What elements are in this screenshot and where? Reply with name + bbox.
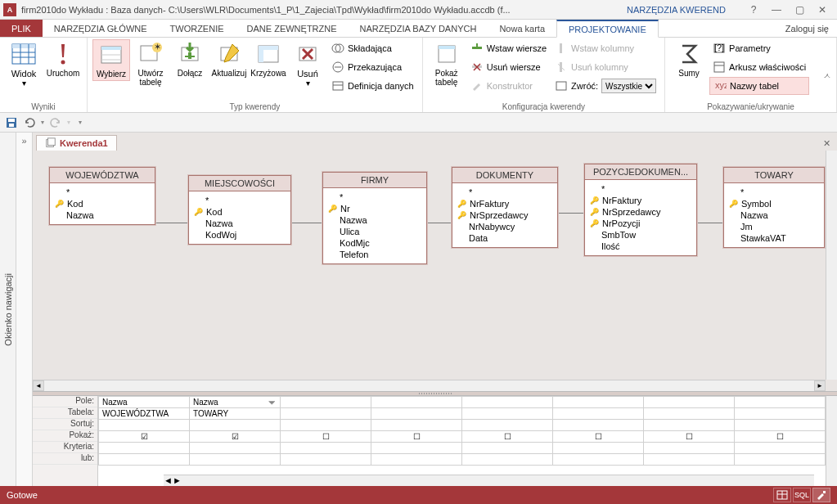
collapse-ribbon[interactable]: ㅅ: [823, 70, 831, 82]
group-results-label: Wyniki: [0, 102, 87, 111]
design-grid[interactable]: Pole: Tabela: Sortuj: Pokaż: Kryteria: l…: [33, 396, 837, 486]
run-button[interactable]: Uruchom: [44, 39, 82, 79]
select-label: Wybierz: [97, 70, 126, 79]
run-label: Uruchom: [47, 69, 80, 78]
grid-table[interactable]: NazwaNazwa ⏷WOJEWÓDZTWATOWARY☑☑☐☐☐☐☐☐: [98, 396, 826, 466]
table-firmy[interactable]: FIRMY*🔑NrNazwaUlicaKodMjcTelefon: [322, 172, 427, 264]
datasheet-icon: [11, 41, 37, 67]
svg-rect-31: [560, 43, 562, 53]
maximize-button[interactable]: ▢: [788, 2, 811, 18]
tab-file[interactable]: PLIK: [0, 20, 43, 37]
help-button[interactable]: ?: [742, 2, 765, 18]
tablenames-icon: xyz: [713, 79, 727, 92]
union-button[interactable]: Składająca: [328, 39, 417, 57]
tab-design[interactable]: PROJEKTOWANIE: [556, 20, 659, 38]
canvas-vscroll[interactable]: [826, 151, 837, 380]
view-datasheet[interactable]: [773, 488, 791, 502]
maketable-button[interactable]: ✶ Utwórz tabelę: [132, 39, 169, 88]
crosstab-icon: [255, 41, 281, 67]
builder-icon: [470, 79, 484, 92]
maketable-icon: ✶: [137, 41, 164, 67]
svg-rect-41: [9, 124, 14, 127]
propsheet-button[interactable]: Arkusz właściwości: [709, 58, 809, 76]
canvas-hscroll[interactable]: ◄►: [33, 380, 826, 391]
showtable-button[interactable]: Pokaż tabelę: [428, 39, 466, 88]
design-canvas[interactable]: WOJEWÓDZTWA*🔑KodNazwa MIEJSCOWOŚCI*🔑KodN…: [33, 151, 837, 391]
relation-line: [695, 223, 723, 223]
deleterows-button[interactable]: Usuń wiersze: [467, 58, 550, 76]
view-sql[interactable]: SQL: [793, 488, 811, 502]
group-results: Widok▾ Uruchom Wyniki: [0, 38, 88, 112]
svg-rect-1: [12, 44, 35, 48]
deleterows-icon: [470, 61, 484, 74]
table-towary[interactable]: TOWARY*🔑SymbolNazwaJmStawkaVAT: [723, 167, 825, 248]
grid-row-labels: Pole: Tabela: Sortuj: Pokaż: Kryteria: l…: [33, 396, 98, 486]
minimize-button[interactable]: —: [765, 2, 788, 18]
relation-line: [425, 223, 452, 223]
maketable-label: Utwórz tabelę: [135, 69, 166, 87]
insertrows-button[interactable]: Wstaw wiersze: [467, 39, 550, 57]
redo-icon[interactable]: [49, 116, 62, 129]
svg-rect-40: [8, 119, 15, 122]
save-icon[interactable]: [5, 116, 18, 129]
datadef-icon: [331, 79, 344, 92]
view-button[interactable]: Widok▾: [5, 39, 43, 89]
nav-toggle[interactable]: »: [16, 133, 33, 486]
status-bar: Gotowe SQL: [0, 486, 837, 504]
grid-vscroll[interactable]: [826, 396, 837, 486]
datadef-button[interactable]: Definicja danych: [328, 77, 417, 95]
tab-create[interactable]: TWORZENIE: [159, 20, 236, 37]
svg-point-6: [61, 61, 65, 65]
append-button[interactable]: Dołącz: [171, 39, 209, 79]
insertcols-button: Wstaw kolumny: [551, 39, 659, 57]
status-text: Gotowe: [7, 490, 38, 500]
svg-rect-33: [556, 82, 566, 90]
work-area: Okienko nawigacji » Kwerenda1 ✕ WOJEWÓDZ…: [0, 133, 837, 486]
table-wojewodztwa[interactable]: WOJEWÓDZTWA*🔑KodNazwa: [49, 167, 155, 225]
view-label: Widok▾: [11, 69, 37, 88]
sigma-icon: [676, 41, 702, 67]
return-button[interactable]: Zwróć: Wszystkie: [551, 77, 659, 95]
query-tab-label: Kwerenda1: [60, 138, 108, 148]
table-pozycje[interactable]: POZYCJEDOKUMEN...*🔑NrFaktury🔑NrSprzedawc…: [584, 164, 697, 256]
group-showhide: Sumy [?]Parametry Arkusz właściwości xyz…: [665, 38, 837, 112]
deletecols-icon: [555, 61, 568, 74]
group-querysetup-label: Konfiguracja kwerendy: [423, 102, 664, 111]
return-select[interactable]: Wszystkie: [601, 79, 656, 93]
svg-rect-20: [259, 46, 278, 50]
select-query-button[interactable]: Wybierz: [92, 39, 130, 81]
svg-rect-36: [714, 62, 724, 72]
tab-external[interactable]: DANE ZEWNĘTRZNE: [236, 20, 349, 37]
svg-rect-43: [48, 138, 56, 146]
undo-icon[interactable]: [23, 116, 36, 129]
qat-customize[interactable]: ▾: [79, 119, 82, 126]
tablenames-button[interactable]: xyzNazwy tabel: [709, 77, 809, 95]
crosstab-label: Krzyżowa: [250, 69, 286, 78]
navigation-pane[interactable]: Okienko nawigacji: [0, 133, 16, 486]
parameters-button[interactable]: [?]Parametry: [709, 39, 809, 57]
passthrough-button[interactable]: Przekazująca: [328, 58, 417, 76]
table-miejscowosci[interactable]: MIEJSCOWOŚCI*🔑KodNazwaKodWoj: [188, 175, 291, 245]
group-querysetup: Pokaż tabelę Wstaw wiersze Usuń wiersze …: [423, 38, 665, 112]
close-button[interactable]: ✕: [811, 2, 834, 18]
grid-hscroll[interactable]: ◄►: [164, 475, 814, 486]
view-design[interactable]: [812, 488, 830, 502]
update-button[interactable]: Aktualizuj: [210, 39, 248, 79]
totals-button[interactable]: Sumy: [670, 39, 708, 79]
table-dokumenty[interactable]: DOKUMENTY*🔑NrFaktury🔑NrSprzedawcyNrNabyw…: [452, 167, 558, 248]
group-querytype: Wybierz ✶ Utwórz tabelę Dołącz Aktualizu…: [88, 38, 423, 112]
select-icon: [98, 42, 124, 68]
query-tab[interactable]: Kwerenda1: [36, 135, 117, 151]
tab-dbtools[interactable]: NARZĘDZIA BAZY DANYCH: [349, 20, 488, 37]
crosstab-button[interactable]: Krzyżowa: [250, 39, 287, 79]
svg-rect-29: [472, 47, 482, 49]
tab-new[interactable]: Nowa karta: [488, 20, 556, 37]
return-icon: [555, 79, 568, 92]
quick-access-toolbar: ▾ ▾ ▾: [0, 113, 837, 133]
delete-button[interactable]: Usuń▾: [289, 39, 326, 89]
doc-close-button[interactable]: ✕: [817, 137, 837, 151]
svg-text:✶: ✶: [154, 42, 161, 52]
login-link[interactable]: Zaloguj się: [777, 20, 837, 37]
tab-home[interactable]: NARZĘDZIA GŁÓWNE: [43, 20, 159, 37]
context-tab-title: NARZĘDZIA KWEREND: [610, 5, 742, 15]
